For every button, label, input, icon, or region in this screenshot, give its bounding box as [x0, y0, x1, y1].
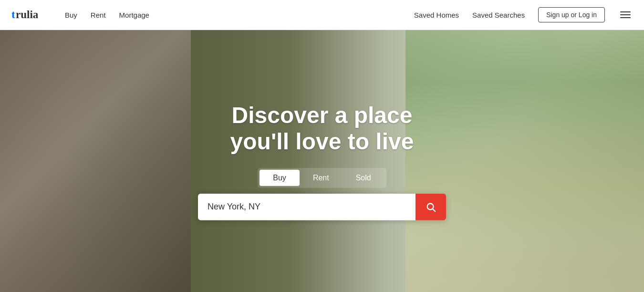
search-tab-buy[interactable]: Buy	[260, 170, 300, 186]
hero-title: Discover a place you'll love to live	[198, 102, 446, 154]
search-tab-rent[interactable]: Rent	[300, 170, 343, 186]
hero-section: Discover a place you'll love to live Buy…	[0, 30, 644, 292]
search-tab-sold[interactable]: Sold	[343, 170, 384, 186]
svg-text:rulia: rulia	[16, 8, 39, 21]
navbar: t rulia Buy Rent Mortgage Saved Homes Sa…	[0, 0, 644, 30]
navbar-right: Saved Homes Saved Searches Sign up or Lo…	[414, 7, 633, 22]
hero-title-line2: you'll love to live	[230, 129, 414, 154]
nav-rent[interactable]: Rent	[91, 11, 106, 19]
hamburger-menu-button[interactable]	[618, 10, 633, 20]
menu-line-1	[620, 11, 631, 12]
hero-search-bar	[198, 194, 446, 220]
search-icon	[426, 202, 436, 212]
saved-searches-link[interactable]: Saved Searches	[472, 11, 525, 19]
trulia-logo-svg: t rulia	[11, 8, 50, 21]
menu-line-3	[620, 17, 631, 18]
saved-homes-link[interactable]: Saved Homes	[414, 11, 459, 19]
nav-mortgage[interactable]: Mortgage	[119, 11, 149, 19]
hero-title-line1: Discover a place	[232, 102, 413, 127]
svg-line-3	[433, 209, 435, 211]
search-tab-group: Buy Rent Sold	[258, 168, 386, 188]
search-submit-button[interactable]	[415, 194, 446, 220]
signup-login-button[interactable]: Sign up or Log in	[538, 7, 605, 22]
search-input[interactable]	[198, 194, 415, 220]
hero-content: Discover a place you'll love to live Buy…	[198, 102, 446, 220]
svg-text:t: t	[11, 8, 15, 21]
hero-left-photo	[0, 30, 191, 292]
menu-line-2	[620, 14, 631, 15]
main-nav: Buy Rent Mortgage	[65, 11, 414, 19]
nav-buy[interactable]: Buy	[65, 11, 77, 19]
logo[interactable]: t rulia	[11, 8, 50, 21]
